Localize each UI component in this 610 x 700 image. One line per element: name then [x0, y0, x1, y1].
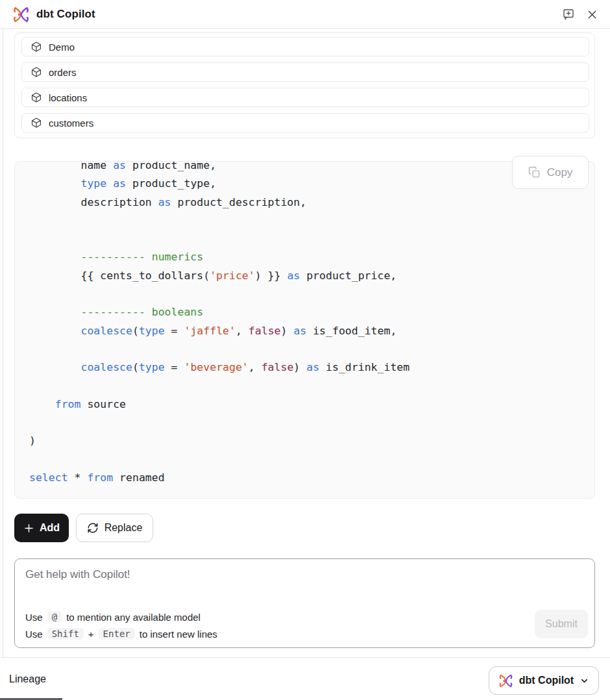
enter-key-badge: Enter — [99, 628, 135, 640]
popout-plus-icon[interactable] — [561, 6, 576, 22]
code-line: from source — [29, 395, 594, 414]
code-line: coalesce(type = 'jaffle', false) as is_f… — [29, 322, 594, 340]
tab-lineage[interactable]: Lineage — [9, 673, 46, 685]
mention-hint-row: Use @ to mention any available model — [25, 608, 217, 625]
shift-key-badge: Shift — [47, 628, 84, 640]
replace-button-label: Replace — [104, 522, 143, 534]
code-block: name as product_name, type as product_ty… — [14, 161, 595, 499]
refresh-icon — [87, 522, 99, 534]
chevron-down-icon — [580, 676, 589, 686]
copilot-mode-selector[interactable]: dbt Copilot — [489, 666, 599, 695]
cube-icon — [30, 117, 42, 129]
close-icon[interactable] — [584, 6, 600, 22]
code-line — [29, 230, 594, 248]
model-chip-customers[interactable]: customers — [21, 113, 589, 132]
code-line: description as product_description, — [29, 194, 594, 212]
cube-icon — [30, 66, 42, 78]
code-line — [29, 285, 594, 303]
replace-button[interactable]: Replace — [76, 514, 153, 542]
model-chip-label: Demo — [49, 42, 75, 53]
code-line — [29, 377, 594, 395]
code-line: {{ cents_to_dollars('price') }} as produ… — [29, 267, 594, 285]
code-line: ) — [29, 432, 594, 450]
dbt-copilot-logo-icon — [12, 6, 30, 23]
cube-icon — [30, 92, 42, 103]
copy-icon — [528, 166, 541, 179]
newline-hint-text: to insert new lines — [140, 629, 217, 640]
panel-header: dbt Copilot — [0, 0, 610, 29]
code-line: type as product_type, — [29, 175, 594, 193]
copilot-composer: Use @ to mention any available model Use… — [14, 558, 595, 648]
copy-button[interactable]: Copy — [512, 156, 589, 189]
code-line: select * from renamed — [29, 469, 594, 487]
add-button[interactable]: Add — [14, 514, 69, 542]
model-chip-orders[interactable]: orders — [21, 62, 589, 82]
hint-word: Use — [25, 629, 43, 640]
model-chip-label: orders — [49, 67, 77, 78]
code-line — [29, 451, 594, 469]
copilot-prompt-input[interactable] — [25, 568, 480, 594]
panel-title: dbt Copilot — [36, 0, 95, 29]
copy-button-label: Copy — [547, 166, 573, 179]
model-chip-label: customers — [49, 118, 93, 129]
composer-hints: Use @ to mention any available model Use… — [25, 608, 217, 642]
model-chip-label: locations — [49, 92, 87, 103]
model-chip-demo[interactable]: Demo — [21, 37, 589, 56]
code-line: coalesce(type = 'beverage', false) as is… — [29, 358, 594, 377]
dbt-copilot-logo-icon — [498, 673, 513, 688]
code-line: name as product_name, — [29, 161, 594, 175]
add-button-label: Add — [40, 522, 60, 534]
newline-hint-row: Use Shift + Enter to insert new lines — [25, 625, 217, 642]
code-line — [29, 212, 594, 230]
code-lines: name as product_name, type as product_ty… — [15, 161, 594, 487]
plus-icon — [23, 523, 34, 534]
code-line: ---------- booleans — [29, 303, 594, 321]
copilot-mode-label: dbt Copilot — [519, 675, 574, 686]
mention-hint-text: to mention any available model — [66, 612, 201, 623]
footer-divider — [0, 657, 610, 658]
code-line: ---------- numerics — [29, 248, 594, 266]
panel-left-divider — [3, 29, 3, 657]
cube-icon — [30, 41, 42, 53]
model-chip-locations[interactable]: locations — [21, 88, 589, 107]
submit-button[interactable]: Submit — [535, 610, 588, 638]
code-line — [29, 414, 594, 432]
at-key-badge: @ — [47, 611, 62, 623]
plus-separator: + — [88, 629, 94, 640]
model-list: Demo orders locations customers — [14, 32, 595, 138]
code-line — [29, 340, 594, 358]
hint-word: Use — [25, 612, 43, 623]
